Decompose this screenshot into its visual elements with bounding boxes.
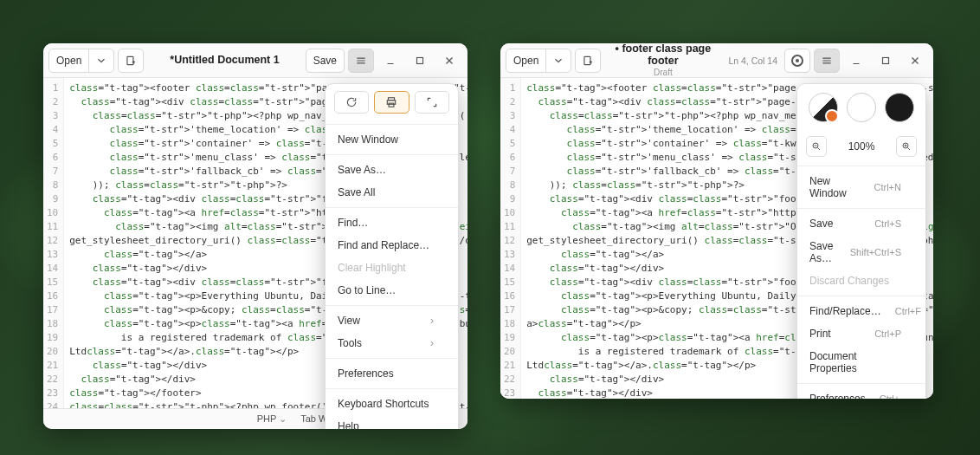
svg-line-27 [907, 148, 910, 151]
primary-menu-popover: 100% New WindowCtrl+N SaveCtrl+S Save As… [796, 83, 926, 399]
cursor-position: Ln 4, Col 14 [728, 55, 777, 66]
svg-rect-0 [127, 56, 133, 64]
menu-preferences[interactable]: PreferencesCtrl+, [797, 387, 925, 399]
menu-tools[interactable]: Tools› [326, 332, 458, 354]
menu-goto-line[interactable]: Go to Line… [326, 279, 458, 302]
menu-save-as[interactable]: Save As… [326, 159, 458, 181]
save-button[interactable]: Save [306, 49, 345, 73]
minimize-button[interactable] [843, 49, 869, 73]
editor-window-old: Open *Untitled Document 1 Save 123456789… [43, 43, 467, 429]
new-doc-icon [125, 55, 137, 67]
menu-view[interactable]: View› [326, 309, 458, 332]
menu-new-window[interactable]: New Window [326, 128, 458, 151]
minimize-button[interactable] [377, 49, 403, 73]
window-title: *Untitled Document 1 [147, 55, 301, 67]
menu-find-replace[interactable]: Find and Replace… [326, 234, 458, 257]
svg-line-24 [818, 148, 821, 151]
primary-menu-popover: New Window Save As… Save All Find… Find … [325, 83, 459, 429]
editor-window-new: Open • footer class page footer Draft Ln… [500, 43, 933, 399]
close-button[interactable] [902, 49, 928, 73]
print-icon [385, 96, 397, 108]
gear-icon [791, 55, 803, 67]
window-title: • footer class page footer [604, 43, 721, 68]
theme-light[interactable] [847, 93, 876, 122]
gutter: 1234567891011121314151617181920212223242… [500, 78, 521, 399]
menu-help[interactable]: Help [326, 415, 458, 429]
menu-discard-changes: Discard Changes [797, 270, 925, 292]
chevron-down-icon [95, 55, 107, 67]
theme-swatches [797, 84, 925, 131]
minimize-icon [384, 55, 397, 67]
language-selector[interactable]: PHP [257, 413, 287, 425]
reload-icon [345, 96, 358, 108]
menu-save[interactable]: SaveCtrl+S [797, 212, 925, 235]
open-button[interactable]: Open [506, 49, 546, 73]
menu-clear-highlight: Clear Highlight [326, 257, 458, 279]
reload-button[interactable] [334, 91, 369, 114]
maximize-button[interactable] [873, 49, 899, 73]
maximize-icon [414, 55, 426, 67]
menu-preferences[interactable]: Preferences [326, 362, 458, 385]
menu-save-as[interactable]: Save As…Shift+Ctrl+S [797, 235, 925, 270]
maximize-icon [880, 55, 892, 67]
svg-rect-20 [883, 57, 889, 63]
maximize-button[interactable] [407, 49, 433, 73]
theme-follow-system[interactable] [809, 93, 838, 122]
fullscreen-button[interactable] [415, 91, 449, 114]
close-button[interactable] [436, 49, 462, 73]
hamburger-icon [355, 55, 367, 67]
fullscreen-icon [426, 96, 438, 108]
zoom-out-button[interactable] [806, 136, 827, 157]
settings-button[interactable] [784, 49, 810, 73]
menu-find-replace[interactable]: Find/Replace…Ctrl+F [797, 300, 925, 322]
svg-rect-7 [417, 57, 423, 63]
zoom-in-icon [901, 141, 912, 152]
hamburger-icon [821, 55, 833, 67]
close-icon [443, 55, 455, 67]
hamburger-button[interactable] [348, 49, 374, 73]
gutter: 1234567891011121314151617181920212223242… [43, 78, 64, 408]
zoom-in-button[interactable] [896, 136, 917, 157]
close-icon [909, 55, 921, 67]
svg-rect-13 [584, 56, 590, 64]
hamburger-button[interactable] [814, 49, 840, 73]
menu-doc-props[interactable]: Document Properties [797, 345, 925, 380]
open-chevron[interactable] [88, 49, 114, 73]
zoom-out-icon [811, 141, 822, 152]
new-doc-icon [582, 55, 594, 67]
print-button[interactable] [374, 91, 409, 114]
chevron-down-icon [552, 55, 564, 67]
menu-print[interactable]: PrintCtrl+P [797, 322, 925, 345]
minimize-icon [850, 55, 862, 67]
menu-save-all[interactable]: Save All [326, 181, 458, 204]
new-tab-button[interactable] [575, 49, 601, 73]
menu-find[interactable]: Find… [326, 211, 458, 234]
header-bar: Open • footer class page footer Draft Ln… [500, 43, 933, 78]
window-subtitle: Draft [604, 68, 721, 77]
new-tab-button[interactable] [118, 49, 144, 73]
menu-icon-row [326, 84, 458, 120]
menu-shortcuts[interactable]: Keyboard Shortcuts [326, 393, 458, 415]
theme-dark[interactable] [885, 93, 914, 122]
open-button[interactable]: Open [48, 49, 89, 73]
zoom-controls: 100% [797, 131, 925, 162]
menu-new-window[interactable]: New WindowCtrl+N [797, 170, 925, 205]
zoom-level: 100% [848, 140, 875, 153]
open-chevron[interactable] [545, 49, 571, 73]
header-bar: Open *Untitled Document 1 Save [43, 43, 467, 78]
